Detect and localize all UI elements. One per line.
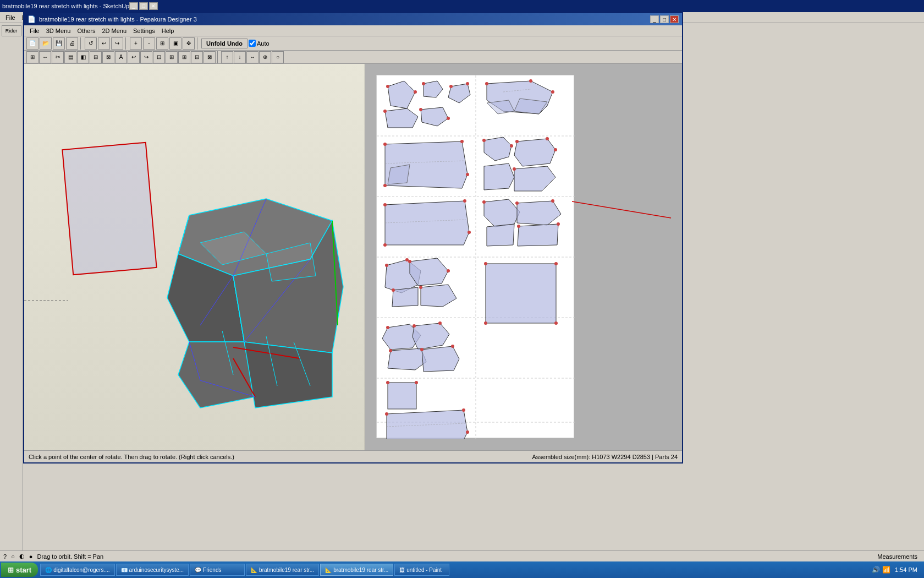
pep-minimize-btn[interactable]: _ — [650, 15, 659, 23]
svg-point-49 — [383, 143, 387, 146]
svg-point-110 — [385, 412, 388, 416]
tb2-6[interactable]: ⊟ — [90, 51, 102, 63]
sketchup-icon: 📐 — [251, 567, 257, 573]
pep-maximize-btn[interactable]: □ — [660, 15, 669, 23]
svg-point-70 — [383, 243, 387, 247]
tb2-20[interactable]: ○ — [272, 51, 284, 63]
taskbar-item-browser[interactable]: 🌐 digitalfalcon@rogers.... — [40, 564, 114, 576]
tb2-2[interactable]: ↔ — [39, 51, 51, 63]
svg-point-82 — [385, 264, 388, 267]
tb2-10[interactable]: ↪ — [140, 51, 152, 63]
email-icon: 📧 — [121, 567, 128, 573]
tb-zoom-out[interactable]: - — [143, 37, 155, 50]
svg-point-112 — [466, 430, 469, 434]
svg-point-40 — [447, 117, 450, 120]
tb2-5[interactable]: ◧ — [77, 51, 89, 63]
pan-icon: ◐ — [19, 553, 25, 560]
pep-menu-3d[interactable]: 3D Menu — [43, 26, 74, 35]
tb-sep3 — [197, 37, 199, 50]
tb2-9[interactable]: ↩ — [128, 51, 140, 63]
tb2-19[interactable]: ⊕ — [259, 51, 271, 63]
svg-point-102 — [389, 349, 392, 352]
auto-checkbox[interactable]: Auto — [249, 40, 270, 47]
pep-menu-help[interactable]: Help — [158, 26, 178, 35]
pep-menu-others[interactable]: Others — [74, 26, 98, 35]
tb-zoom-in[interactable]: + — [130, 37, 142, 50]
svg-point-52 — [383, 184, 387, 187]
outer-titlebar: bratmobile19 rear stretch with lights - … — [0, 0, 924, 12]
tb2-11[interactable]: ⊡ — [153, 51, 165, 63]
pep-close-btn[interactable]: ✕ — [670, 15, 679, 23]
tb2-15[interactable]: ⊠ — [204, 51, 216, 63]
svg-point-111 — [462, 408, 465, 412]
svg-point-30 — [414, 90, 417, 94]
paper-sheet — [376, 75, 574, 438]
red-rectangle — [62, 142, 157, 276]
outer-maximize-btn[interactable]: □ — [139, 2, 148, 10]
zoom-icon: ● — [29, 553, 33, 560]
tb2-17[interactable]: ↓ — [234, 51, 246, 63]
pepakura-label: bratmobile19 rear str... — [333, 567, 388, 573]
taskbar-item-sketchup[interactable]: 📐 bratmobile19 rear str... — [246, 564, 319, 576]
friends-icon: 💬 — [195, 567, 201, 573]
svg-marker-84 — [410, 258, 448, 286]
tb-move[interactable]: ✥ — [183, 37, 195, 50]
tb-undo[interactable]: ↩ — [98, 37, 110, 50]
svg-marker-56 — [484, 137, 512, 161]
tb-print[interactable]: 🖨 — [66, 37, 78, 50]
pep-menu-2d[interactable]: 2D Menu — [98, 26, 130, 35]
tb2-13[interactable]: ⊞ — [178, 51, 190, 63]
tb2-14[interactable]: ⊟ — [191, 51, 203, 63]
svg-marker-3 — [178, 342, 255, 408]
svg-point-67 — [383, 203, 387, 206]
pep-toolbar2: ⊞ ↔ ✂ ▤ ◧ ⊟ ⊠ A ↩ ↪ ⊡ ⊞ ⊞ ⊟ ⊠ ↑ ↓ ↔ ⊕ ○ — [24, 51, 682, 64]
tb2-18[interactable]: ↔ — [246, 51, 258, 63]
tb-new[interactable]: 📄 — [26, 37, 38, 50]
left-sidebar: Rider — [0, 23, 23, 553]
svg-marker-63 — [484, 163, 514, 190]
outer-minimize-btn[interactable]: _ — [129, 2, 138, 10]
tb2-16[interactable]: ↑ — [221, 51, 233, 63]
outer-close-btn[interactable]: ✕ — [149, 2, 158, 10]
auto-check-input[interactable] — [249, 40, 256, 47]
tb-rotate[interactable]: ↺ — [85, 37, 97, 50]
svg-rect-106 — [388, 383, 416, 409]
rider-button[interactable]: Rider — [2, 25, 21, 36]
tb2-4[interactable]: ▤ — [64, 51, 76, 63]
svg-marker-36 — [385, 108, 418, 128]
tb2-8[interactable]: A — [115, 51, 127, 63]
tb-select[interactable]: ▣ — [169, 37, 182, 50]
pep-statusbar: Click a point of the center of rotate. T… — [24, 450, 682, 462]
pep-menu-file[interactable]: File — [26, 26, 43, 35]
svg-point-73 — [482, 200, 486, 204]
tb2-12[interactable]: ⊞ — [166, 51, 178, 63]
svg-marker-89 — [392, 287, 418, 307]
svg-marker-59 — [514, 139, 556, 166]
outer-titlebar-controls: _ □ ✕ — [129, 2, 158, 10]
unfold-undo-button[interactable]: Unfold Undo — [201, 39, 248, 48]
browser-icon: 🌐 — [45, 567, 52, 573]
tb2-1[interactable]: ⊞ — [26, 51, 38, 63]
svg-marker-98 — [413, 323, 449, 350]
tb-zoom-fit[interactable]: ⊞ — [156, 37, 168, 50]
taskbar-item-friends[interactable]: 💬 Friends — [190, 564, 245, 576]
tb2-3[interactable]: ✂ — [52, 51, 64, 63]
2d-view[interactable] — [365, 64, 682, 452]
outer-title: bratmobile19 rear stretch with lights - … — [2, 3, 129, 9]
measurements-panel: Measurements — [874, 553, 921, 560]
start-button[interactable]: ⊞ start — [1, 563, 38, 577]
taskbar-item-pepakura[interactable]: 📐 bratmobile19 rear str... — [320, 564, 393, 576]
tb2-7[interactable]: ⊠ — [102, 51, 114, 63]
tb-redo[interactable]: ↪ — [111, 37, 123, 50]
taskbar-item-email[interactable]: 📧 arduinosecuritysyste... — [116, 564, 189, 576]
taskbar-item-paint[interactable]: 🖼 untitled - Paint — [394, 564, 449, 576]
tb-open[interactable]: 📂 — [40, 37, 52, 50]
svg-point-86 — [447, 269, 450, 272]
taskbar: ⊞ start 🌐 digitalfalcon@rogers.... 📧 ard… — [0, 561, 924, 578]
tb-save[interactable]: 💾 — [53, 37, 65, 50]
outer-menu-file[interactable]: File — [2, 13, 19, 22]
pep-menu-settings[interactable]: Settings — [130, 26, 158, 35]
3d-view[interactable] — [24, 64, 365, 452]
svg-point-62 — [554, 148, 557, 151]
paint-label: untitled - Paint — [406, 567, 442, 573]
